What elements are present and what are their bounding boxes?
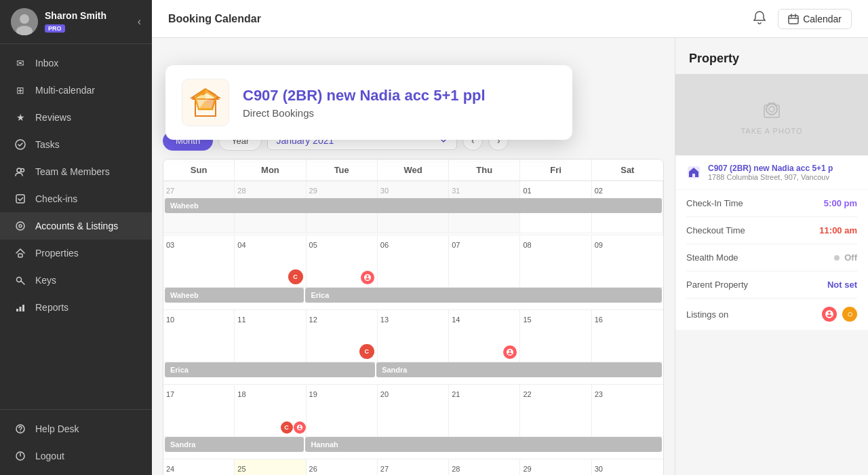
cal-cell[interactable]: 19: [307, 385, 378, 436]
parent-property-value: Not set: [827, 280, 857, 290]
sidebar-item-label: Multi-calendar: [35, 85, 95, 96]
sidebar-item-multi-calendar[interactable]: ⊞ Multi-calendar: [0, 77, 152, 104]
content-area: C907 (2BR) new Nadia acc 5+1 ppl Direct …: [152, 38, 868, 475]
sidebar-item-inbox[interactable]: ✉ Inbox: [0, 50, 152, 77]
star-icon: ★: [14, 111, 27, 124]
booking-bar-erica-1[interactable]: Erica: [305, 288, 662, 303]
calendar-grid-icon: ⊞: [14, 83, 27, 97]
property-popup: C907 (2BR) new Nadia acc 5+1 ppl Direct …: [165, 65, 572, 140]
cal-cell[interactable]: 10: [163, 310, 235, 362]
booking-bar-hannah-1[interactable]: Hannah: [305, 437, 662, 452]
calendar-view-button[interactable]: Calendar: [778, 9, 852, 29]
sidebar-collapse-button[interactable]: ‹: [138, 16, 141, 28]
cal-cell[interactable]: 12 C: [307, 310, 378, 362]
stealth-label: Stealth Mode: [686, 252, 738, 263]
sidebar-item-team[interactable]: Team & Members: [0, 158, 152, 185]
booking-bar-waheeb-1[interactable]: Waheeb: [165, 198, 662, 213]
sidebar-item-label: Reports: [35, 302, 68, 313]
calendar-row-4: 17 18 C 19 20 21 22 23: [163, 384, 663, 437]
booking-bar-erica-2[interactable]: Erica: [165, 362, 375, 377]
day-header-thu: Thu: [449, 159, 520, 180]
sidebar-item-label: Check-ins: [35, 193, 77, 204]
sidebar-item-label: Properties: [35, 248, 79, 259]
cal-cell[interactable]: 18 C: [235, 385, 306, 436]
svg-rect-11: [16, 309, 18, 311]
sidebar-item-label: Inbox: [35, 58, 58, 69]
detail-row-stealth: Stealth Mode Off: [686, 244, 857, 271]
sidebar-nav: ✉ Inbox ⊞ Multi-calendar ★ Reviews Tasks…: [0, 44, 152, 409]
cal-cell[interactable]: 30: [592, 459, 663, 475]
sidebar-item-helpdesk[interactable]: Help Desk: [0, 415, 152, 442]
cal-cell[interactable]: 27: [378, 459, 449, 475]
cal-cell[interactable]: 15: [520, 310, 591, 362]
avatar: [11, 8, 38, 35]
calendar-grid: Sun Mon Tue Wed Thu Fri Sat 27 28 29 30 …: [163, 159, 664, 475]
sidebar-item-label: Logout: [35, 451, 64, 461]
cal-cell[interactable]: 09: [592, 235, 663, 287]
property-home-icon: [686, 165, 701, 180]
sidebar-item-properties[interactable]: Properties: [0, 240, 152, 267]
cal-cell[interactable]: 13: [378, 310, 449, 362]
calendar-row-3: 10 11 12 C 13 14 15 16: [163, 309, 663, 362]
popup-property-icon: [182, 79, 229, 126]
cal-cell[interactable]: 23: [592, 385, 663, 436]
cal-cell[interactable]: 20: [378, 385, 449, 436]
day-header-sun: Sun: [163, 159, 235, 180]
topbar: Booking Calendar Calendar: [152, 0, 868, 38]
cal-cell[interactable]: 05: [307, 235, 378, 287]
sidebar-item-tasks[interactable]: Tasks: [0, 131, 152, 158]
sidebar-item-label: Team & Members: [35, 166, 110, 177]
cal-cell[interactable]: 24: [163, 459, 235, 475]
svg-point-8: [19, 225, 22, 227]
booking-bar-sandra-2[interactable]: Sandra: [165, 437, 304, 452]
cal-cell[interactable]: 28: [449, 459, 520, 475]
notifications-button[interactable]: [752, 10, 767, 28]
sidebar-item-reviews[interactable]: ★ Reviews: [0, 104, 152, 131]
sidebar-item-checkins[interactable]: Check-ins: [0, 185, 152, 212]
cal-cell[interactable]: 06: [378, 235, 449, 287]
cal-cell[interactable]: 08: [520, 235, 591, 287]
inbox-icon: ✉: [14, 56, 27, 70]
cal-cell[interactable]: 04 C: [235, 235, 306, 287]
booking-bar-sandra-1[interactable]: Sandra: [376, 362, 662, 377]
checkin-value: 5:00 pm: [824, 198, 857, 208]
team-icon: [14, 165, 27, 178]
day-header-mon: Mon: [235, 159, 306, 180]
panel-title: Property: [675, 38, 868, 74]
cal-cell[interactable]: 29: [520, 459, 591, 475]
cal-cell[interactable]: 25: [235, 459, 306, 475]
sidebar-item-label: Keys: [35, 275, 56, 286]
home-icon: [14, 246, 27, 260]
sidebar-footer: Help Desk Logout: [0, 409, 152, 475]
sidebar-item-accounts[interactable]: Accounts & Listings: [0, 212, 152, 240]
cal-cell[interactable]: 16: [592, 310, 663, 362]
sidebar-item-label: Accounts & Listings: [35, 221, 118, 231]
booking-bar-waheeb-2[interactable]: Waheeb: [165, 288, 304, 303]
sidebar-item-reports[interactable]: Reports: [0, 294, 152, 321]
cal-cell[interactable]: 26: [307, 459, 378, 475]
cal-cell[interactable]: 14: [449, 310, 520, 362]
detail-row-checkout: Checkout Time 11:00 am: [686, 217, 857, 244]
reports-icon: [14, 301, 27, 314]
checkin-icon: [14, 192, 27, 206]
cal-cell[interactable]: 03: [163, 235, 235, 287]
cal-cell[interactable]: 07: [449, 235, 520, 287]
stealth-value: Off: [834, 252, 857, 263]
booking-bars-row2: Waheeb Erica: [165, 288, 662, 303]
cal-cell[interactable]: 22: [520, 385, 591, 436]
cal-cell[interactable]: 21: [449, 385, 520, 436]
sidebar-username: Sharon Smith: [45, 10, 131, 21]
svg-point-7: [16, 222, 24, 230]
sidebar-item-logout[interactable]: Logout: [0, 442, 152, 470]
airbnb-logo-icon: [822, 307, 837, 322]
calendar-day-headers: Sun Mon Tue Wed Thu Fri Sat: [163, 159, 663, 181]
popup-title: C907 (2BR) new Nadia acc 5+1 ppl: [243, 87, 486, 104]
cal-cell[interactable]: 17: [163, 385, 235, 436]
calendar-area: C907 (2BR) new Nadia acc 5+1 ppl Direct …: [152, 38, 675, 475]
cal-cell[interactable]: 11: [235, 310, 306, 362]
property-photo-box[interactable]: TAKE A PHOTO: [675, 74, 868, 155]
parent-property-label: Parent Property: [686, 280, 748, 290]
sidebar-item-keys[interactable]: Keys: [0, 267, 152, 294]
photo-placeholder-text: TAKE A PHOTO: [741, 127, 802, 135]
calendar-row-5: 24 25 26 27 28 29 30: [163, 459, 663, 475]
